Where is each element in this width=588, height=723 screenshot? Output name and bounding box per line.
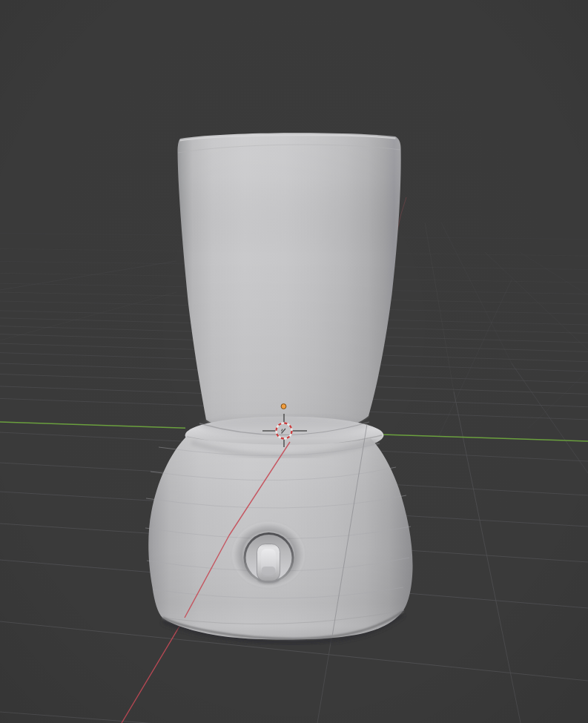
viewport-3d[interactable] [0,0,588,723]
object-origin-point[interactable] [281,404,286,409]
power-switch[interactable] [230,520,307,590]
knob-lower-bevel [262,567,276,577]
viewport-canvas[interactable] [0,0,588,723]
blender-jar[interactable] [178,133,401,435]
jar-body-shading [178,133,401,435]
blender-motor-base[interactable] [145,437,413,640]
